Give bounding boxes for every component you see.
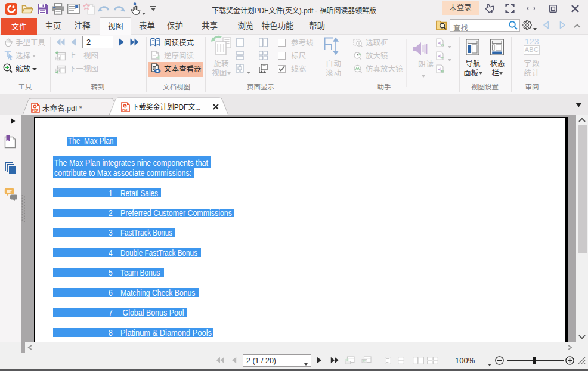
svg-text:PDF: PDF [32, 109, 38, 112]
svg-text:PDF: PDF [122, 108, 128, 112]
